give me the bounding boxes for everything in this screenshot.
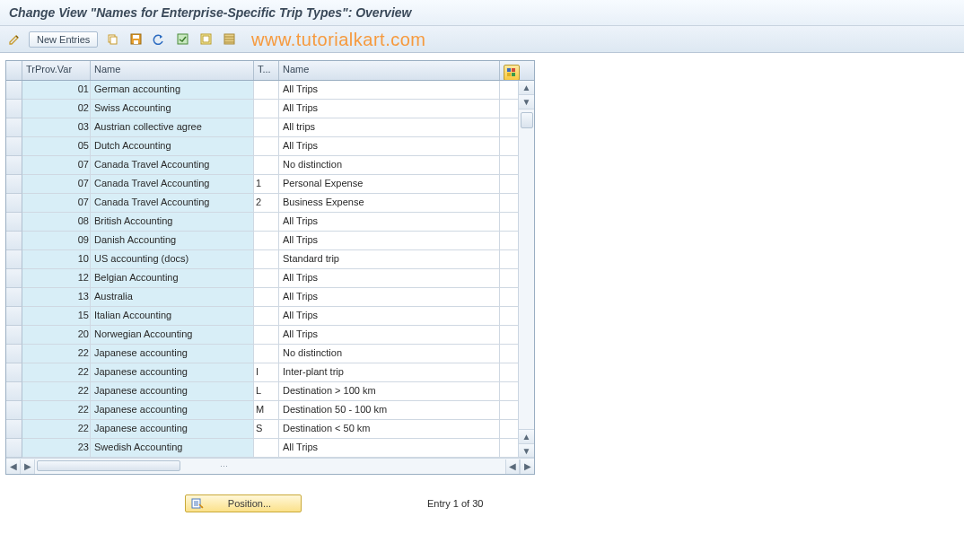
row-selector[interactable] [6, 307, 22, 326]
cell-name2[interactable]: All Trips [279, 307, 500, 326]
cell-name2[interactable]: Business Expense [279, 194, 500, 213]
cell-name1[interactable]: German accounting [91, 81, 254, 100]
cell-name1[interactable]: Swiss Accounting [91, 100, 254, 118]
save-icon[interactable] [127, 31, 145, 48]
undo-icon[interactable] [150, 31, 168, 48]
cell-name2[interactable]: All Trips [279, 269, 500, 288]
copy-icon[interactable] [103, 31, 121, 48]
cell-trprov[interactable]: 05 [22, 137, 91, 156]
cell-trprov[interactable]: 10 [22, 250, 91, 269]
row-selector[interactable] [6, 250, 22, 269]
row-selector[interactable] [6, 363, 22, 382]
scroll-up-icon[interactable]: ▲ [519, 81, 534, 95]
cell-name1[interactable]: Japanese accounting [91, 420, 254, 439]
table-row[interactable]: 01German accountingAll Trips [6, 81, 534, 100]
scroll-down2-icon[interactable]: ▼ [519, 443, 534, 458]
cell-name1[interactable]: Canada Travel Accounting [91, 175, 254, 194]
cell-trip-type[interactable] [254, 213, 279, 232]
cell-name1[interactable]: Belgian Accounting [91, 269, 254, 288]
scroll-left-icon[interactable]: ◀ [6, 459, 21, 474]
cell-name2[interactable]: All Trips [279, 232, 500, 250]
table-row[interactable]: 20Norwegian AccountingAll Trips [6, 326, 534, 345]
table-row[interactable]: 07Canada Travel AccountingNo distinction [6, 156, 534, 175]
cell-name1[interactable]: Norwegian Accounting [91, 326, 254, 345]
cell-trip-type[interactable]: L [254, 382, 279, 401]
cell-name1[interactable]: Australia [91, 288, 254, 307]
cell-name1[interactable]: Austrian collective agree [91, 118, 254, 137]
row-selector[interactable] [6, 345, 22, 363]
row-selector[interactable] [6, 401, 22, 420]
row-selector[interactable] [6, 156, 22, 175]
cell-trip-type[interactable] [254, 137, 279, 156]
table-row[interactable]: 05Dutch AccountingAll Trips [6, 137, 534, 156]
cell-trprov[interactable]: 15 [22, 307, 91, 326]
cell-trprov[interactable]: 09 [22, 232, 91, 250]
cell-trip-type[interactable] [254, 81, 279, 100]
cell-name1[interactable]: Dutch Accounting [91, 137, 254, 156]
table-row[interactable]: 22Japanese accountingLDestination > 100 … [6, 382, 534, 401]
cell-name1[interactable]: Canada Travel Accounting [91, 156, 254, 175]
cell-name2[interactable]: Inter-plant trip [279, 363, 500, 382]
cell-trip-type[interactable] [254, 118, 279, 137]
row-selector[interactable] [6, 326, 22, 345]
horizontal-scrollbar[interactable]: ◀ ▶ ⋯ ◀ ▶ [6, 458, 534, 474]
scroll-right2-icon[interactable]: ▶ [520, 459, 534, 474]
row-selector[interactable] [6, 439, 22, 458]
table-row[interactable]: 15Italian AccountingAll Trips [6, 307, 534, 326]
table-row[interactable]: 22Japanese accountingNo distinction [6, 345, 534, 363]
table-row[interactable]: 22Japanese accountingSDestination < 50 k… [6, 420, 534, 439]
cell-name2[interactable]: All Trips [279, 81, 500, 100]
scroll-right-icon[interactable]: ▶ [21, 459, 35, 474]
header-name2[interactable]: Name [279, 61, 500, 80]
cell-trip-type[interactable] [254, 232, 279, 250]
cell-trprov[interactable]: 23 [22, 439, 91, 458]
table-row[interactable]: 13AustraliaAll Trips [6, 288, 534, 307]
scroll-left2-icon[interactable]: ◀ [505, 459, 520, 474]
table-settings-icon[interactable] [504, 65, 520, 80]
cell-name2[interactable]: No distinction [279, 345, 500, 363]
hscroll-track[interactable] [35, 459, 215, 474]
cell-name1[interactable]: US accounting (docs) [91, 250, 254, 269]
cell-name2[interactable]: Personal Expense [279, 175, 500, 194]
cell-trip-type[interactable] [254, 250, 279, 269]
cell-trip-type[interactable] [254, 288, 279, 307]
vertical-scrollbar[interactable]: ▲ ▼ ▲ ▼ [518, 81, 534, 458]
delimit-icon[interactable] [220, 31, 238, 48]
cell-name2[interactable]: Destination > 100 km [279, 382, 500, 401]
row-selector[interactable] [6, 269, 22, 288]
cell-name1[interactable]: Japanese accounting [91, 382, 254, 401]
cell-trip-type[interactable] [254, 100, 279, 118]
header-trip-type[interactable]: T... [254, 61, 279, 80]
table-row[interactable]: 02Swiss AccountingAll Trips [6, 100, 534, 118]
table-row[interactable]: 22Japanese accountingIInter-plant trip [6, 363, 534, 382]
row-selector[interactable] [6, 137, 22, 156]
cell-name2[interactable]: All Trips [279, 213, 500, 232]
row-selector[interactable] [6, 232, 22, 250]
new-entries-button[interactable]: New Entries [29, 31, 98, 48]
change-icon[interactable] [5, 31, 23, 48]
cell-trprov[interactable]: 22 [22, 363, 91, 382]
cell-trip-type[interactable]: S [254, 420, 279, 439]
cell-name2[interactable]: No distinction [279, 156, 500, 175]
cell-trprov[interactable]: 22 [22, 420, 91, 439]
cell-name2[interactable]: All Trips [279, 100, 500, 118]
cell-name2[interactable]: Destination 50 - 100 km [279, 401, 500, 420]
cell-name2[interactable]: All Trips [279, 439, 500, 458]
table-row[interactable]: 10US accounting (docs)Standard trip [6, 250, 534, 269]
row-selector[interactable] [6, 288, 22, 307]
scroll-thumb-v[interactable] [521, 112, 533, 128]
cell-trip-type[interactable] [254, 439, 279, 458]
select-all-icon[interactable] [173, 31, 191, 48]
table-row[interactable]: 09Danish AccountingAll Trips [6, 232, 534, 250]
cell-trprov[interactable]: 22 [22, 382, 91, 401]
table-row[interactable]: 08British AccountingAll Trips [6, 213, 534, 232]
row-selector[interactable] [6, 382, 22, 401]
cell-name2[interactable]: All Trips [279, 288, 500, 307]
cell-trprov[interactable]: 02 [22, 100, 91, 118]
cell-trprov[interactable]: 03 [22, 118, 91, 137]
cell-trip-type[interactable] [254, 326, 279, 345]
cell-name1[interactable]: Danish Accounting [91, 232, 254, 250]
cell-trip-type[interactable]: I [254, 363, 279, 382]
scroll-up2-icon[interactable]: ▲ [519, 429, 534, 443]
row-selector[interactable] [6, 81, 22, 100]
